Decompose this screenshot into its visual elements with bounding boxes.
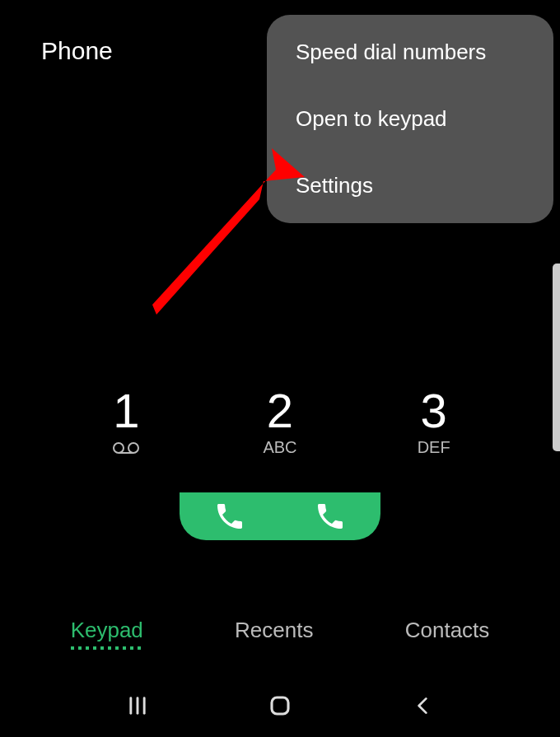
svg-point-3 (128, 443, 138, 453)
svg-point-2 (114, 443, 124, 453)
keypad-key-2[interactable]: 2 ABC (231, 387, 329, 458)
bottom-tabs: Keypad Recents Contacts (0, 618, 560, 643)
home-button[interactable] (255, 689, 305, 722)
svg-rect-8 (272, 697, 288, 714)
voicemail-icon (112, 441, 140, 458)
scroll-indicator[interactable] (553, 264, 560, 451)
back-icon (412, 695, 433, 716)
page-title: Phone (41, 37, 113, 65)
key-digit: 2 (267, 387, 293, 435)
keypad-key-3[interactable]: 3 DEF (385, 387, 483, 458)
tab-recents[interactable]: Recents (235, 618, 313, 643)
recents-icon (126, 694, 149, 717)
overflow-menu: Speed dial numbers Open to keypad Settin… (267, 15, 553, 223)
key-letters: DEF (418, 438, 450, 457)
keypad-key-1[interactable]: 1 (77, 387, 175, 458)
key-letters: ABC (263, 438, 296, 457)
phone-icon (213, 500, 246, 533)
tab-keypad[interactable]: Keypad (71, 618, 143, 643)
tab-contacts[interactable]: Contacts (405, 618, 490, 643)
menu-item-open-keypad[interactable]: Open to keypad (296, 106, 525, 132)
call-button[interactable] (180, 492, 380, 540)
phone-icon (314, 500, 347, 533)
keypad-row: 1 2 ABC 3 DEF (0, 387, 560, 458)
system-nav-bar (0, 689, 560, 722)
recents-button[interactable] (113, 689, 162, 722)
key-digit: 1 (113, 387, 139, 435)
menu-item-settings[interactable]: Settings (296, 173, 525, 198)
key-digit: 3 (421, 387, 447, 435)
back-button[interactable] (398, 689, 447, 722)
home-icon (268, 693, 292, 718)
menu-item-speed-dial[interactable]: Speed dial numbers (296, 40, 525, 65)
